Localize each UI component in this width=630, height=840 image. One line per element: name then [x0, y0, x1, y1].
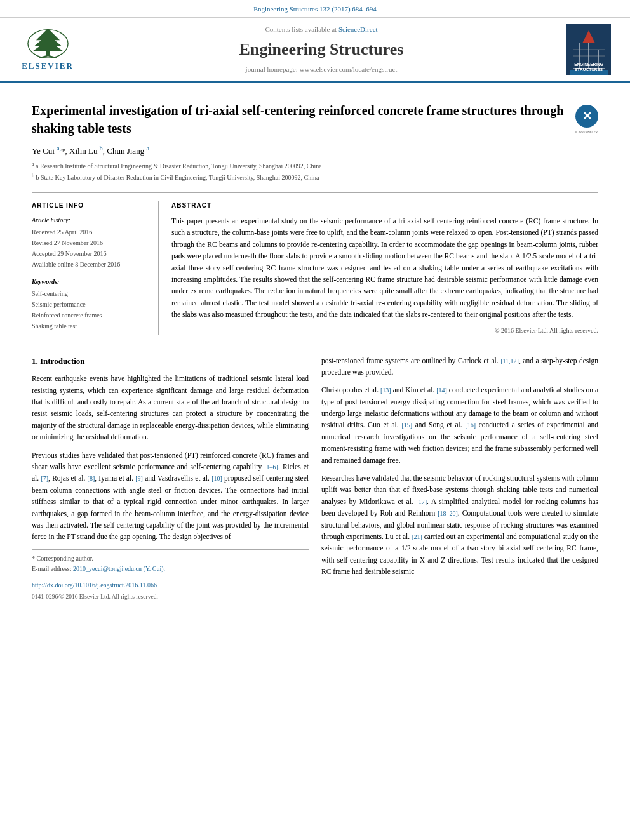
- keyword-1: Self-centering: [32, 289, 149, 298]
- keywords-section: Keywords: Self-centering Seismic perform…: [32, 277, 149, 331]
- ref-9: [9]: [135, 475, 143, 482]
- abstract-text: This paper presents an experimental stud…: [171, 215, 598, 321]
- section-number: 1.: [32, 356, 38, 366]
- journal-header: ELSEVIER Contents lists available at Sci…: [0, 18, 630, 83]
- affiliation-b: b b State Key Laboratory of Disaster Red…: [32, 172, 598, 183]
- author2-affil: b: [100, 145, 103, 152]
- keywords-label: Keywords:: [32, 277, 149, 286]
- ref-14: [14]: [436, 387, 447, 394]
- email-link[interactable]: 2010_yecui@tongji.edu.cn (Y. Cui).: [73, 565, 165, 572]
- authors-line: Ye Cui a,*, Xilin Lu b, Chun Jiang a: [32, 143, 598, 157]
- paper-title: Experimental investigation of tri-axial …: [32, 102, 598, 137]
- body-right-col: post-tensioned frame systems are outline…: [321, 355, 598, 603]
- ref-11-12: [11,12]: [500, 357, 519, 364]
- doi-link[interactable]: http://dx.doi.org/10.1016/j.engstruct.20…: [32, 582, 157, 589]
- email-note: E-mail address: 2010_yecui@tongji.edu.cn…: [32, 564, 309, 574]
- affiliation-a: a a Research Institute of Structural Eng…: [32, 161, 598, 171]
- journal-reference-bar: Engineering Structures 132 (2017) 684–69…: [0, 0, 630, 18]
- ref-18-20: [18–20]: [438, 510, 458, 517]
- email-label: E-mail address:: [32, 565, 71, 572]
- article-info-abstract-section: ARTICLE INFO Article history: Received 2…: [32, 192, 598, 335]
- article-info-panel: ARTICLE INFO Article history: Received 2…: [32, 201, 159, 335]
- issn-text: 0141-0296/© 2016 Elsevier Ltd. All right…: [32, 592, 309, 602]
- abstract-title: ABSTRACT: [171, 201, 598, 210]
- accepted-date: Accepted 29 November 2016: [32, 249, 149, 258]
- ref-13: [13]: [380, 387, 391, 394]
- revised-date: Revised 27 November 2016: [32, 238, 149, 248]
- body-left-col: 1. Introduction Recent earthquake events…: [32, 355, 309, 603]
- intro-title-text: Introduction: [40, 356, 85, 366]
- received-date: Received 25 April 2016: [32, 227, 149, 237]
- journal-title: Engineering Structures: [89, 37, 554, 62]
- ref-15: [15]: [401, 422, 412, 429]
- article-info-title: ARTICLE INFO: [32, 201, 149, 210]
- journal-homepage: journal homepage: www.elsevier.com/locat…: [89, 64, 554, 75]
- available-date: Available online 8 December 2016: [32, 260, 149, 269]
- main-content: ✕ CrossMark Experimental investigation o…: [0, 83, 630, 615]
- body-section: 1. Introduction Recent earthquake events…: [32, 355, 598, 603]
- keyword-2: Seismic performance: [32, 300, 149, 309]
- elsevier-brand-text: ELSEVIER: [22, 60, 74, 72]
- abstract-panel: ABSTRACT This paper presents an experime…: [171, 201, 598, 335]
- footnote-section: * Corresponding author. E-mail address: …: [32, 549, 309, 574]
- keyword-4: Shaking table test: [32, 321, 149, 331]
- crossmark-badge[interactable]: ✕ CrossMark: [575, 105, 598, 136]
- elsevier-tree-icon: [27, 27, 69, 58]
- sciencedirect-label: Contents lists available at ScienceDirec…: [89, 24, 554, 35]
- intro-section-title: 1. Introduction: [32, 355, 309, 368]
- crossmark-label: CrossMark: [575, 129, 598, 136]
- doi-section: http://dx.doi.org/10.1016/j.engstruct.20…: [32, 579, 309, 590]
- right-para-3: Researches have validated that the seism…: [321, 472, 598, 578]
- crossmark-circle: ✕: [575, 105, 598, 128]
- journal-cover-text: ENGINEERING STRUCTURES: [566, 62, 611, 72]
- keyword-3: Reinforced concrete frames: [32, 310, 149, 320]
- ref-17: [17]: [416, 498, 427, 505]
- crossmark-x-icon: ✕: [582, 110, 592, 122]
- journal-ref-text: Engineering Structures 132 (2017) 684–69…: [253, 5, 377, 13]
- affiliations: a a Research Institute of Structural Eng…: [32, 161, 598, 183]
- intro-para-2: Previous studies have validated that pos…: [32, 450, 309, 543]
- history-label: Article history:: [32, 215, 149, 225]
- right-para-1: post-tensioned frame systems are outline…: [321, 355, 598, 378]
- corresponding-author-note: * Corresponding author.: [32, 554, 309, 564]
- copyright-text: © 2016 Elsevier Ltd. All rights reserved…: [171, 326, 598, 335]
- journal-cover-image: ENGINEERING STRUCTURES: [566, 24, 611, 75]
- section-divider: [32, 345, 598, 345]
- ref-10: [10]: [211, 475, 222, 482]
- right-para-2: Christopoulos et al. [13] and Kim et al.…: [321, 384, 598, 466]
- journal-center: Contents lists available at ScienceDirec…: [89, 24, 554, 75]
- ref-21: [21]: [412, 533, 422, 540]
- sciencedirect-link[interactable]: ScienceDirect: [338, 25, 378, 33]
- ref-16: [16]: [465, 422, 476, 429]
- intro-para-1: Recent earthquake events have highlighte…: [32, 373, 309, 443]
- ref-7: [7]: [41, 475, 48, 482]
- ref-8: [8]: [88, 475, 95, 482]
- paper-title-section: ✕ CrossMark Experimental investigation o…: [32, 102, 598, 137]
- elsevier-logo: ELSEVIER: [19, 27, 76, 72]
- ref-1-6: [1–6]: [264, 463, 278, 470]
- author3-affil: a: [146, 145, 149, 152]
- corresponding-asterisk: *: [61, 146, 65, 156]
